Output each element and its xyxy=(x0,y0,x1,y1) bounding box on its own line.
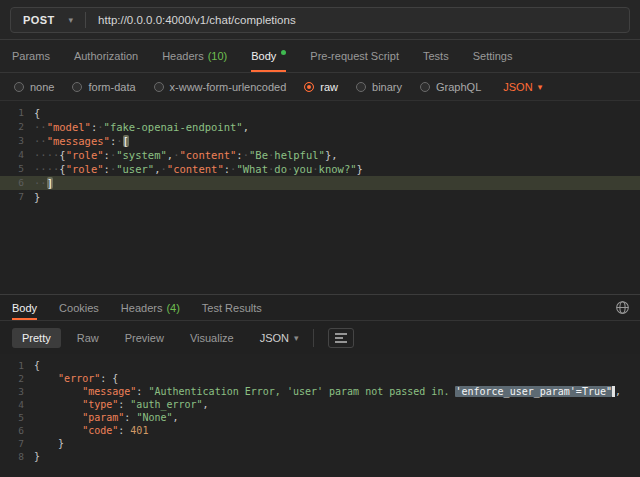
line-number: 7 xyxy=(0,437,34,450)
postman-window: POST ▾ http://0.0.0.0:4000/v1/chat/compl… xyxy=(0,0,640,477)
line-number: 5 xyxy=(0,411,34,424)
line-number: 1 xyxy=(0,106,34,120)
method-select[interactable]: POST ▾ xyxy=(11,14,85,26)
view-preview-button[interactable]: Preview xyxy=(115,328,174,348)
view-raw-button[interactable]: Raw xyxy=(67,328,109,348)
line-number: 6 xyxy=(0,424,34,437)
tab-pre-request-script[interactable]: Pre-request Script xyxy=(310,40,399,72)
method-label: POST xyxy=(23,14,55,26)
response-header-icons xyxy=(615,295,630,320)
body-type-row: none form-data x-www-form-urlencoded raw… xyxy=(0,73,640,101)
code-line[interactable]: 2··"model":·"fake-openai-endpoint", xyxy=(0,120,640,134)
tab-label: Cookies xyxy=(59,302,99,314)
language-label: JSON xyxy=(260,332,289,344)
response-toolbar: Pretty Raw Preview Visualize JSON▾ xyxy=(0,321,640,354)
request-tabs: Params Authorization Headers(10) Body Pr… xyxy=(0,40,640,73)
code-line[interactable]: 7 } xyxy=(0,437,640,450)
code-line[interactable]: 8} xyxy=(0,450,640,463)
line-number: 8 xyxy=(0,450,34,463)
radio-label: x-www-form-urlencoded xyxy=(170,81,287,93)
line-number: 3 xyxy=(0,385,34,398)
body-type-binary[interactable]: binary xyxy=(356,81,402,93)
tab-headers[interactable]: Headers(10) xyxy=(162,40,227,72)
body-type-none[interactable]: none xyxy=(14,81,54,93)
response-body-editor[interactable]: 1{2 "error": {3 "message": "Authenticati… xyxy=(0,354,640,476)
radio-selected-icon xyxy=(304,82,314,92)
tab-tests[interactable]: Tests xyxy=(423,40,449,72)
request-body-editor[interactable]: 1{2··"model":·"fake-openai-endpoint",3··… xyxy=(0,101,640,294)
tab-label: Headers xyxy=(162,50,204,62)
body-type-x-www-form-urlencoded[interactable]: x-www-form-urlencoded xyxy=(154,81,287,93)
code-line[interactable]: 6··] xyxy=(0,176,640,190)
line-number: 4 xyxy=(0,398,34,411)
response-tab-cookies[interactable]: Cookies xyxy=(59,295,99,320)
tab-body[interactable]: Body xyxy=(251,40,286,72)
modified-dot-icon xyxy=(281,50,286,55)
tab-label: Headers xyxy=(121,302,163,314)
body-type-form-data[interactable]: form-data xyxy=(72,81,135,93)
line-number: 7 xyxy=(0,190,34,204)
tab-authorization[interactable]: Authorization xyxy=(74,40,138,72)
code-line[interactable]: 3··"messages":·[ xyxy=(0,134,640,148)
code-line[interactable]: 5 "param": "None", xyxy=(0,411,640,424)
line-number: 5 xyxy=(0,162,34,176)
headers-count: (10) xyxy=(208,50,228,62)
request-language-select[interactable]: JSON▾ xyxy=(503,81,542,93)
radio-label: raw xyxy=(320,81,338,93)
tab-label: Settings xyxy=(473,50,513,62)
network-globe-icon[interactable] xyxy=(615,300,630,315)
response-tab-body[interactable]: Body xyxy=(12,295,37,320)
line-number: 3 xyxy=(0,134,34,148)
line-number: 4 xyxy=(0,148,34,162)
line-number: 6 xyxy=(0,176,34,190)
radio-icon xyxy=(72,82,82,92)
body-type-graphql[interactable]: GraphQL xyxy=(420,81,481,93)
radio-icon xyxy=(154,82,164,92)
radio-label: binary xyxy=(372,81,402,93)
tab-label: Test Results xyxy=(202,302,262,314)
response-language-select[interactable]: JSON▾ xyxy=(260,332,299,344)
response-tab-headers[interactable]: Headers(4) xyxy=(121,295,180,320)
tab-params[interactable]: Params xyxy=(12,40,50,72)
url-input[interactable]: http://0.0.0.0:4000/v1/chat/completions xyxy=(86,14,629,26)
view-visualize-button[interactable]: Visualize xyxy=(180,328,244,348)
code-line[interactable]: 2 "error": { xyxy=(0,372,640,385)
chevron-down-icon: ▾ xyxy=(69,15,74,25)
line-number: 1 xyxy=(0,359,34,372)
tab-label: Params xyxy=(12,50,50,62)
code-line[interactable]: 3 "message": "Authentication Error, 'use… xyxy=(0,385,640,398)
code-line[interactable]: 7} xyxy=(0,190,640,204)
radio-label: form-data xyxy=(88,81,135,93)
tab-label: Body xyxy=(12,302,37,314)
chevron-down-icon: ▾ xyxy=(294,333,299,343)
chevron-down-icon: ▾ xyxy=(538,82,543,92)
tab-settings[interactable]: Settings xyxy=(473,40,513,72)
code-line[interactable]: 6 "code": 401 xyxy=(0,424,640,437)
radio-icon xyxy=(14,82,24,92)
line-number: 2 xyxy=(0,372,34,385)
tab-label: Authorization xyxy=(74,50,138,62)
tab-label: Tests xyxy=(423,50,449,62)
response-tabs: Body Cookies Headers(4) Test Results xyxy=(0,294,640,321)
wrap-lines-button[interactable] xyxy=(328,328,354,348)
tab-label: Pre-request Script xyxy=(310,50,399,62)
radio-label: GraphQL xyxy=(436,81,481,93)
code-line[interactable]: 4····{"role":·"system",·"content":·"Be·h… xyxy=(0,148,640,162)
radio-label: none xyxy=(30,81,54,93)
url-builder: POST ▾ http://0.0.0.0:4000/v1/chat/compl… xyxy=(10,7,630,33)
url-bar: POST ▾ http://0.0.0.0:4000/v1/chat/compl… xyxy=(0,0,640,40)
body-type-raw[interactable]: raw xyxy=(304,81,338,93)
code-line[interactable]: 4 "type": "auth_error", xyxy=(0,398,640,411)
divider xyxy=(313,329,314,347)
tab-label: Body xyxy=(251,50,276,62)
language-label: JSON xyxy=(503,81,532,93)
response-tab-test-results[interactable]: Test Results xyxy=(202,295,262,320)
radio-icon xyxy=(420,82,430,92)
code-line[interactable]: 1{ xyxy=(0,359,640,372)
code-line[interactable]: 5····{"role":·"user",·"content":·"What·d… xyxy=(0,162,640,176)
view-pretty-button[interactable]: Pretty xyxy=(12,328,61,348)
code-line[interactable]: 1{ xyxy=(0,106,640,120)
response-headers-count: (4) xyxy=(166,302,179,314)
line-number: 2 xyxy=(0,120,34,134)
radio-icon xyxy=(356,82,366,92)
